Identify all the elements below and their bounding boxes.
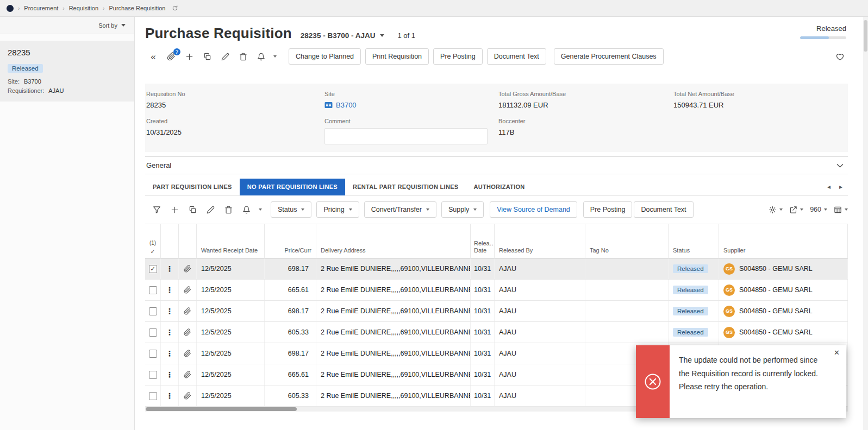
breadcrumb-item-requisition[interactable]: Requisition (69, 5, 98, 11)
row-checkbox[interactable] (149, 350, 157, 358)
layout-dropdown[interactable] (834, 206, 848, 214)
breadcrumb-item-procurement[interactable]: Procurement (24, 5, 58, 11)
breadcrumb-item-purchase-requisition[interactable]: Purchase Requisition (109, 5, 165, 11)
document-text-button[interactable]: Document Text (487, 48, 546, 65)
convert-transfer-dropdown[interactable]: Convert/Transfer (364, 201, 436, 218)
attachment-icon[interactable]: 7 (163, 48, 179, 65)
delivery-address: 2 Rue EmilE DUNIERE,,,,,69100,VILLEURBAN… (316, 322, 471, 343)
tab-rental-part-requisition-lines[interactable]: RENTAL PART REQUISITION LINES (345, 179, 466, 195)
column-header-delivery-address[interactable]: Delivery Address (316, 224, 471, 258)
attachment-icon[interactable] (184, 265, 191, 273)
settings-dropdown[interactable] (769, 206, 783, 214)
row-checkbox[interactable] (149, 265, 157, 273)
attachment-icon[interactable] (184, 307, 191, 315)
column-header-tag-no[interactable]: Tag No (585, 224, 669, 258)
tab-scroll-left-icon[interactable]: ◂ (827, 183, 830, 191)
refresh-icon[interactable] (172, 5, 178, 11)
header-form: Requisition No 28235 Site B3700 Total Gr… (145, 84, 848, 152)
row-attachment-cell (179, 385, 197, 406)
print-requisition-button[interactable]: Print Requisition (365, 48, 429, 65)
row-checkbox[interactable] (149, 286, 157, 294)
toast-close-icon[interactable]: ✕ (834, 349, 840, 356)
row-checkbox[interactable] (149, 328, 157, 337)
general-section-header[interactable]: General (145, 156, 848, 174)
tab-part-requisition-lines[interactable]: PART REQUISITION LINES (145, 179, 240, 195)
attachment-icon[interactable] (184, 328, 191, 336)
column-header-wanted-receipt-date[interactable]: Wanted Receipt Date (197, 224, 265, 258)
duplicate-icon[interactable] (199, 48, 215, 65)
tab-authorization[interactable]: AUTHORIZATION (466, 179, 532, 195)
row-menu-cell: ⋮ (161, 301, 179, 321)
select-all-header[interactable]: (1) ✓ (145, 224, 161, 258)
site-link[interactable]: B3700 (324, 101, 357, 109)
delivery-address: 2 Rue EmilE DUNIERE,,,,,69100,VILLEURBAN… (316, 343, 471, 364)
collapse-icon[interactable]: « (145, 48, 161, 65)
column-header-status[interactable]: Status (669, 224, 719, 258)
delivery-address: 2 Rue EmilE DUNIERE,,,,,69100,VILLEURBAN… (316, 364, 471, 385)
document-text-button[interactable]: Document Text (634, 201, 693, 218)
duplicate-icon[interactable] (184, 201, 201, 218)
column-header-release-date[interactable]: Relea… Date (471, 224, 495, 258)
row-menu-icon[interactable]: ⋮ (166, 391, 173, 400)
record-selector[interactable]: 28235 - B3700 - AJAU (301, 31, 385, 40)
row-limit-dropdown[interactable]: 960 (810, 206, 827, 213)
row-select-cell (145, 280, 161, 300)
record-card[interactable]: 28235 Released Site:B3700 Requisitioner:… (0, 41, 134, 102)
table-row[interactable]: ⋮ 12/5/2025 698.17 2 Rue EmilE DUNIERE,,… (145, 301, 848, 322)
supply-dropdown[interactable]: Supply (441, 201, 484, 218)
table-row[interactable]: ⋮ 12/5/2025 698.17 2 Rue EmilE DUNIERE,,… (145, 258, 848, 280)
tab-scroll-right-icon[interactable]: ▸ (839, 183, 842, 191)
add-icon[interactable] (181, 48, 197, 65)
view-source-of-demand-button[interactable]: View Source of Demand (490, 201, 577, 218)
more-actions-dropdown[interactable] (271, 48, 279, 65)
add-icon[interactable] (166, 201, 183, 218)
vertical-scrollbar[interactable] (863, 17, 868, 430)
comment-input[interactable] (324, 128, 488, 144)
row-menu-icon[interactable]: ⋮ (166, 264, 173, 273)
attachment-icon[interactable] (184, 350, 191, 357)
export-dropdown[interactable] (789, 206, 803, 214)
row-checkbox[interactable] (149, 392, 157, 400)
edit-icon[interactable] (202, 201, 218, 218)
sort-by-control[interactable]: Sort by (0, 17, 134, 34)
row-menu-icon[interactable]: ⋮ (166, 286, 173, 294)
toast-severity-panel (636, 345, 670, 418)
tab-no-part-requisition-lines[interactable]: NO PART REQUISITION LINES (240, 179, 345, 195)
attachment-icon[interactable] (184, 392, 191, 400)
vertical-scrollbar-thumb[interactable] (864, 20, 867, 52)
row-menu-icon[interactable]: ⋮ (166, 370, 173, 379)
row-menu-icon[interactable]: ⋮ (166, 328, 173, 337)
app-logo-icon[interactable] (7, 5, 14, 12)
status-dropdown[interactable]: Status (271, 201, 311, 218)
notification-icon[interactable] (253, 48, 269, 65)
attachment-icon[interactable] (184, 371, 191, 378)
pricing-dropdown[interactable]: Pricing (316, 201, 359, 218)
table-row[interactable]: ⋮ 12/5/2025 605.33 2 Rue EmilE DUNIERE,,… (145, 322, 848, 343)
notification-icon[interactable] (238, 201, 254, 218)
table-row[interactable]: ⋮ 12/5/2025 665.61 2 Rue EmilE DUNIERE,,… (145, 280, 848, 301)
gear-icon (769, 206, 777, 214)
edit-icon[interactable] (217, 48, 233, 65)
chevron-down-icon[interactable] (836, 163, 844, 168)
table-layout-icon (834, 206, 842, 214)
favorite-icon[interactable] (832, 48, 848, 65)
delete-icon[interactable] (220, 201, 236, 218)
more-actions-dropdown[interactable] (256, 201, 265, 218)
change-to-planned-button[interactable]: Change to Planned (289, 48, 361, 65)
pre-posting-button[interactable]: Pre Posting (433, 48, 483, 65)
attachment-icon[interactable] (184, 286, 191, 294)
tag-no (585, 301, 669, 321)
delete-icon[interactable] (235, 48, 251, 65)
generate-procurement-clauses-button[interactable]: Generate Procurement Clauses (554, 48, 664, 65)
row-attachment-cell (179, 364, 197, 385)
pre-posting-button[interactable]: Pre Posting (583, 201, 633, 218)
horizontal-scrollbar-thumb[interactable] (146, 407, 297, 411)
row-menu-icon[interactable]: ⋮ (166, 307, 173, 315)
row-menu-icon[interactable]: ⋮ (166, 349, 173, 358)
column-header-price-curr[interactable]: Price/Curr (265, 224, 316, 258)
row-checkbox[interactable] (149, 307, 157, 315)
row-checkbox[interactable] (149, 371, 157, 379)
column-header-released-by[interactable]: Released By (495, 224, 585, 258)
filter-icon[interactable] (148, 201, 165, 218)
column-header-supplier[interactable]: Supplier (719, 224, 848, 258)
